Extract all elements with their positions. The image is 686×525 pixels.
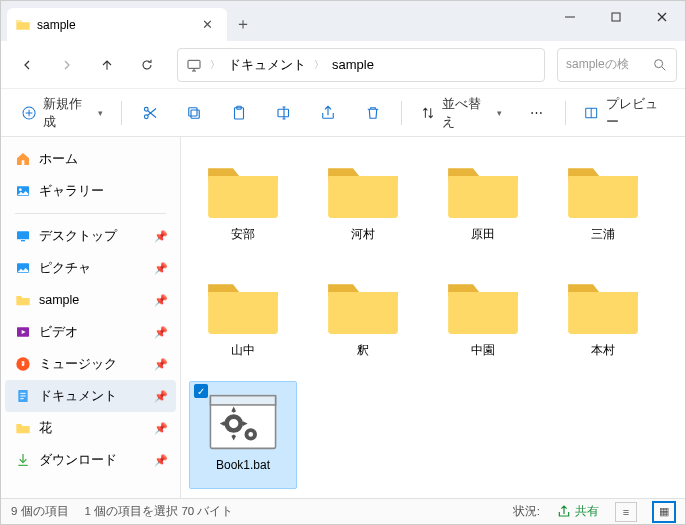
- breadcrumb-sample[interactable]: sample: [332, 57, 374, 72]
- folder-icon: [444, 275, 522, 337]
- folder-icon: [15, 292, 31, 308]
- monitor-icon: [186, 57, 202, 73]
- toolbar: 新規作成 ▾ 並べ替え ▾ ⋯ プレビュー: [1, 89, 685, 137]
- sidebar-downloads[interactable]: ダウンロード📌: [5, 444, 176, 476]
- sidebar-pictures[interactable]: ピクチャ📌: [5, 252, 176, 284]
- status-item-count: 9 個の項目: [11, 504, 69, 519]
- gallery-icon: [15, 183, 31, 199]
- copy-icon: [185, 104, 203, 122]
- svg-point-26: [19, 188, 22, 191]
- svg-rect-4: [188, 60, 200, 68]
- forward-button[interactable]: [49, 47, 85, 83]
- chevron-right-icon[interactable]: 〉: [314, 58, 324, 72]
- folder-item[interactable]: 河村: [309, 149, 417, 257]
- batch-file-icon: [204, 391, 282, 453]
- rename-button[interactable]: [265, 96, 302, 130]
- sidebar: ホーム ギャラリー デスクトップ📌 ピクチャ📌 sample📌 ビデオ📌 ミュー…: [1, 137, 181, 498]
- svg-point-7: [655, 59, 663, 67]
- refresh-button[interactable]: [129, 47, 165, 83]
- documents-icon: [15, 388, 31, 404]
- share-icon: [319, 104, 337, 122]
- item-label: 河村: [351, 226, 375, 243]
- share-status-icon: [556, 504, 572, 520]
- sidebar-flower[interactable]: 花📌: [5, 412, 176, 444]
- search-input[interactable]: sampleの検: [557, 48, 677, 82]
- preview-button[interactable]: プレビュー: [575, 96, 673, 130]
- folder-item[interactable]: 釈: [309, 265, 417, 373]
- video-icon: [15, 324, 31, 340]
- pin-icon: 📌: [154, 390, 168, 403]
- scissors-icon: [141, 104, 159, 122]
- file-list[interactable]: 安部 河村 原田 三浦 山中 釈 中園 本村 ✓ Book1.bat: [181, 137, 685, 498]
- new-button[interactable]: 新規作成 ▾: [13, 96, 111, 130]
- home-icon: [15, 151, 31, 167]
- status-state-label: 状況:: [513, 504, 540, 519]
- minimize-button[interactable]: [547, 1, 593, 33]
- more-button[interactable]: ⋯: [518, 96, 555, 130]
- icons-view-button[interactable]: ▦: [653, 502, 675, 522]
- svg-line-8: [662, 67, 665, 70]
- tab-title: sample: [37, 18, 76, 32]
- sort-icon: [420, 104, 436, 122]
- folder-item[interactable]: 安部: [189, 149, 297, 257]
- share-button[interactable]: [310, 96, 347, 130]
- sidebar-home[interactable]: ホーム: [5, 143, 176, 175]
- item-label: 原田: [471, 226, 495, 243]
- address-bar[interactable]: 〉 ドキュメント 〉 sample: [177, 48, 545, 82]
- folder-item[interactable]: 三浦: [549, 149, 657, 257]
- close-tab-icon[interactable]: ✕: [198, 17, 217, 32]
- breadcrumb-documents[interactable]: ドキュメント: [228, 56, 306, 74]
- new-tab-button[interactable]: ＋: [227, 8, 259, 41]
- pin-icon: 📌: [154, 454, 168, 467]
- sidebar-documents[interactable]: ドキュメント📌: [5, 380, 176, 412]
- details-view-button[interactable]: ≡: [615, 502, 637, 522]
- svg-rect-1: [612, 13, 620, 21]
- item-label: Book1.bat: [216, 458, 270, 472]
- item-label: 安部: [231, 226, 255, 243]
- sidebar-gallery[interactable]: ギャラリー: [5, 175, 176, 207]
- folder-icon: [564, 159, 642, 221]
- sidebar-desktop[interactable]: デスクトップ📌: [5, 220, 176, 252]
- back-button[interactable]: [9, 47, 45, 83]
- svg-rect-17: [189, 107, 197, 115]
- checkmark-icon[interactable]: ✓: [194, 384, 208, 398]
- delete-button[interactable]: [355, 96, 392, 130]
- pin-icon: 📌: [154, 294, 168, 307]
- folder-item[interactable]: 原田: [429, 149, 537, 257]
- tab-sample[interactable]: sample ✕: [7, 8, 227, 41]
- folder-icon: [204, 159, 282, 221]
- folder-item[interactable]: 中園: [429, 265, 537, 373]
- file-item-bat[interactable]: ✓ Book1.bat: [189, 381, 297, 489]
- cut-button[interactable]: [131, 96, 168, 130]
- trash-icon: [364, 104, 382, 122]
- sidebar-music[interactable]: ミュージック📌: [5, 348, 176, 380]
- folder-item[interactable]: 本村: [549, 265, 657, 373]
- folder-item[interactable]: 山中: [189, 265, 297, 373]
- close-window-button[interactable]: [639, 1, 685, 33]
- sort-button[interactable]: 並べ替え ▾: [412, 96, 510, 130]
- main-area: ホーム ギャラリー デスクトップ📌 ピクチャ📌 sample📌 ビデオ📌 ミュー…: [1, 137, 685, 498]
- plus-circle-icon: [21, 104, 37, 122]
- pin-icon: 📌: [154, 326, 168, 339]
- explorer-window: sample ✕ ＋ 〉 ドキュメント 〉 sample sampleの検: [0, 0, 686, 525]
- folder-icon: [564, 275, 642, 337]
- svg-rect-28: [21, 240, 25, 241]
- status-selected: 1 個の項目を選択 70 バイト: [85, 504, 234, 519]
- clipboard-icon: [230, 104, 248, 122]
- svg-point-13: [144, 107, 148, 111]
- copy-button[interactable]: [176, 96, 213, 130]
- item-label: 三浦: [591, 226, 615, 243]
- pictures-icon: [15, 260, 31, 276]
- paste-button[interactable]: [221, 96, 258, 130]
- download-icon: [15, 452, 31, 468]
- titlebar: sample ✕ ＋: [1, 1, 685, 41]
- maximize-button[interactable]: [593, 1, 639, 33]
- pin-icon: 📌: [154, 358, 168, 371]
- item-label: 本村: [591, 342, 615, 359]
- sidebar-videos[interactable]: ビデオ📌: [5, 316, 176, 348]
- pin-icon: 📌: [154, 422, 168, 435]
- svg-point-39: [248, 432, 253, 437]
- up-button[interactable]: [89, 47, 125, 83]
- sidebar-sample[interactable]: sample📌: [5, 284, 176, 316]
- chevron-right-icon[interactable]: 〉: [210, 58, 220, 72]
